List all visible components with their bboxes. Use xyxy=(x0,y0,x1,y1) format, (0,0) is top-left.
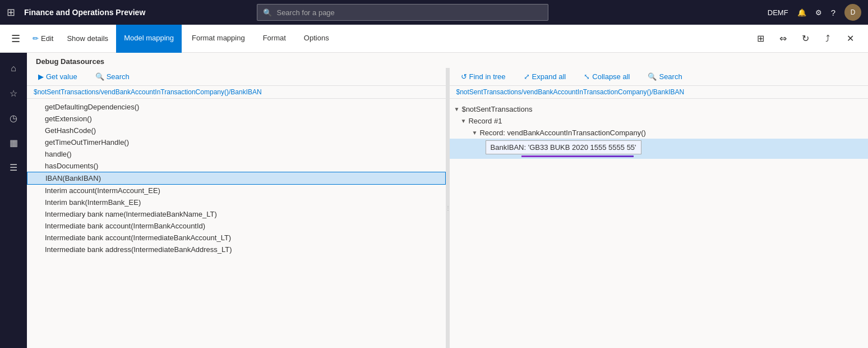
expand-all-button[interactable]: ⤢ Expand all xyxy=(519,70,571,83)
left-search-label: Search xyxy=(107,72,130,81)
collapse-arrow-icon: ▼ xyxy=(454,106,460,112)
root-node-label: $notSentTransactions xyxy=(461,105,532,113)
list-item[interactable]: getExtension() xyxy=(27,113,446,125)
get-value-label: Get value xyxy=(46,72,77,81)
top-nav: ⊞ Finance and Operations Preview 🔍 Searc… xyxy=(0,0,868,25)
left-panel-toolbar: ▶ Get value 🔍 Search xyxy=(27,68,446,86)
toolbar-right-icons: ⊞ ⇔ ↻ ⤴ ✕ xyxy=(751,30,859,48)
panels: ▶ Get value 🔍 Search $notSentTransaction… xyxy=(27,68,868,348)
show-details-label: Show details xyxy=(67,34,108,43)
tree-root-node[interactable]: ▼ $notSentTransactions xyxy=(450,103,869,115)
gear-icon[interactable]: ⚙ xyxy=(815,8,822,17)
right-search-button[interactable]: 🔍 Search xyxy=(643,70,686,83)
right-tree: ▼ $notSentTransactions ▼ Record #1 ▼ Rec… xyxy=(450,99,869,348)
list-item[interactable]: handle() xyxy=(27,148,446,160)
find-in-tree-button[interactable]: ↺ Find in tree xyxy=(456,70,510,83)
close-button[interactable]: ✕ xyxy=(841,30,859,48)
find-in-tree-label: Find in tree xyxy=(469,72,506,81)
list-item[interactable]: hasDocuments() xyxy=(27,160,446,172)
edit-button[interactable]: ✏ Edit xyxy=(27,31,59,46)
get-value-button[interactable]: ▶ Get value xyxy=(34,70,82,83)
edit-label: Edit xyxy=(41,34,53,43)
waffle-icon[interactable]: ⊞ xyxy=(7,6,15,19)
list-item[interactable]: GetHashCode() xyxy=(27,125,446,136)
tab-format[interactable]: Format xyxy=(255,25,294,53)
iban-value-box: BankIBAN: 'GB33 BUKB 2020 1555 5555 55' xyxy=(486,140,641,154)
tree-sub-record-node[interactable]: ▼ Record: vendBankAccountInTransactionCo… xyxy=(450,127,869,139)
list-item[interactable]: getDefaultingDependencies() xyxy=(27,101,446,113)
list-item[interactable]: Intermediate bank address(IntermediateBa… xyxy=(27,244,446,255)
right-search-label: Search xyxy=(659,72,682,81)
record-label: Record #1 xyxy=(468,117,502,125)
sub-record-label: Record: vendBankAccountInTransactionComp… xyxy=(479,129,646,137)
tab-options[interactable]: Options xyxy=(296,25,337,53)
list-item[interactable]: Interim bank(IntermBank_EE) xyxy=(27,196,446,208)
debug-title: Debug Datasources xyxy=(27,53,868,68)
popout-icon-button[interactable]: ⤴ xyxy=(819,30,837,48)
left-search-icon: 🔍 xyxy=(95,72,104,81)
list-item[interactable]: Interim account(IntermAccount_EE) xyxy=(27,185,446,196)
left-path-bar: $notSentTransactions/vendBankAccountInTr… xyxy=(27,86,446,99)
tab-model-mapping[interactable]: Model mapping xyxy=(116,25,182,53)
main-content: ⌂ ☆ ◷ ▦ ☰ Debug Datasources ▶ Get value … xyxy=(0,53,868,348)
side-nav-modules[interactable]: ☰ xyxy=(2,156,25,178)
split-icon-button[interactable]: ⇔ xyxy=(774,30,792,48)
bell-icon[interactable]: 🔔 xyxy=(797,8,806,17)
tree-record-node[interactable]: ▼ Record #1 xyxy=(450,115,869,127)
get-value-icon: ▶ xyxy=(38,72,44,81)
left-panel: ▶ Get value 🔍 Search $notSentTransaction… xyxy=(27,68,446,348)
side-nav-workspaces[interactable]: ▦ xyxy=(2,131,25,154)
expand-all-icon: ⤢ xyxy=(524,72,530,81)
pin-icon-button[interactable]: ⊞ xyxy=(751,30,769,48)
side-nav-home[interactable]: ⌂ xyxy=(2,57,25,80)
edit-pencil-icon: ✏ xyxy=(33,34,39,43)
list-item[interactable]: getTimeOutTimerHandle() xyxy=(27,136,446,148)
collapse-all-label: Collapse all xyxy=(592,72,630,81)
find-tree-icon: ↺ xyxy=(461,72,467,81)
search-placeholder: Search for a page xyxy=(276,8,334,17)
right-panel: ↺ Find in tree ⤢ Expand all ⤡ Collapse a… xyxy=(450,68,869,348)
side-nav-recent[interactable]: ◷ xyxy=(2,107,25,129)
top-right-icons: DEMF 🔔 ⚙ ? D xyxy=(768,4,861,21)
left-search-button[interactable]: 🔍 Search xyxy=(91,70,134,83)
list-item[interactable]: Intermediate bank account(IntermBankAcco… xyxy=(27,220,446,232)
global-search-bar[interactable]: 🔍 Search for a page xyxy=(257,4,548,21)
avatar[interactable]: D xyxy=(844,4,861,21)
tree-iban-node[interactable]: BankIBAN: 'GB33 BUKB 2020 1555 5555 55' xyxy=(450,139,869,159)
list-item[interactable]: Intermediary bank name(IntermediateBankN… xyxy=(27,208,446,220)
main-toolbar: ☰ ✏ Edit Show details Model mapping Form… xyxy=(0,25,868,53)
expand-all-label: Expand all xyxy=(532,72,566,81)
collapse-arrow-icon: ▼ xyxy=(461,118,467,124)
search-icon: 🔍 xyxy=(263,8,272,17)
side-nav: ⌂ ☆ ◷ ▦ ☰ xyxy=(0,53,27,348)
right-path-bar: $notSentTransactions/vendBankAccountInTr… xyxy=(450,86,869,99)
side-nav-favorites[interactable]: ☆ xyxy=(2,82,25,104)
list-item-selected[interactable]: IBAN(BankIBAN) xyxy=(27,172,446,185)
collapse-all-button[interactable]: ⤡ Collapse all xyxy=(579,70,634,83)
refresh-icon-button[interactable]: ↻ xyxy=(796,30,814,48)
hamburger-button[interactable]: ☰ xyxy=(9,30,22,47)
tab-format-mapping[interactable]: Format mapping xyxy=(184,25,253,53)
show-details-button[interactable]: Show details xyxy=(61,31,114,46)
help-icon[interactable]: ? xyxy=(831,8,835,17)
iban-underline xyxy=(521,155,634,157)
user-label: DEMF xyxy=(768,8,788,17)
right-search-icon: 🔍 xyxy=(648,72,657,81)
app-title: Finance and Operations Preview xyxy=(24,8,145,17)
content-area: Debug Datasources ▶ Get value 🔍 Search $… xyxy=(27,53,868,348)
list-item[interactable]: Intermediate bank account(IntermediateBa… xyxy=(27,232,446,244)
right-panel-toolbar: ↺ Find in tree ⤢ Expand all ⤡ Collapse a… xyxy=(450,68,869,86)
collapse-arrow-icon: ▼ xyxy=(472,130,478,136)
collapse-all-icon: ⤡ xyxy=(584,72,590,81)
left-tree-list: getDefaultingDependencies() getExtension… xyxy=(27,99,446,348)
